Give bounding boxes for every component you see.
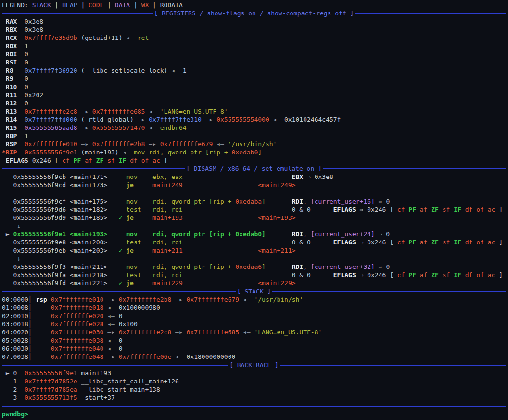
- points-to-icon: ◂—: [122, 149, 133, 156]
- backtrace-header-title: [ BACKTRACE ]: [228, 361, 280, 369]
- reg-rcx: RCX 0x7ffff7e35d9b (getuid+11) ◂— ret: [2, 34, 506, 42]
- backtrace-frame-1: 1 0x7ffff7d7852e __libc_start_call_main+…: [2, 377, 506, 385]
- prompt-line[interactable]: pwndbg>: [2, 410, 506, 418]
- separator-rule: [2, 291, 236, 292]
- disasm-section: [ DISASM / x86-64 / set emulate on ] 0x5…: [2, 165, 506, 287]
- pwndbg-terminal: LEGEND: STACK | HEAP | CODE | DATA | WX …: [0, 0, 508, 418]
- disasm-row-main175: 0x55555556f9cf <main+175> mov rdi, qword…: [2, 197, 506, 205]
- disasm-row-main182: 0x55555556f9d6 <main+182> test rdi, rdi …: [2, 205, 506, 214]
- branch-taken-check-icon: ✓: [119, 280, 127, 287]
- backtrace-frame-0: ► 0 0x55555556f9e1 main+193: [2, 369, 506, 377]
- reg-r14: R14 0x7ffff7ffd000 (_rtld_global) —▸ 0x7…: [2, 115, 506, 124]
- points-to-icon: ◂—: [213, 140, 228, 148]
- separator-rule: [2, 406, 254, 407]
- backtrace-header: [ BACKTRACE ]: [2, 361, 506, 369]
- registers-lines: RAX 0x3e8 RBX 0x3e8 RCX 0x7ffff7e35d9b (…: [2, 17, 506, 165]
- bottom-separator: [2, 402, 506, 410]
- separator-rule: [2, 168, 185, 169]
- reg-rbx: RBX 0x3e8: [2, 25, 506, 34]
- backtrace-frame-3: 3 0x5555555713f5 _start+37: [2, 394, 506, 402]
- branch-taken-check-icon: ✓: [119, 214, 127, 221]
- stack-row-1: 01:0008│ 0x7fffffffe018 ◂— 0x100000980: [2, 304, 506, 312]
- pointer-arrow-icon: —▸: [77, 140, 92, 148]
- registers-header: [ REGISTERS / show-flags on / show-compa…: [2, 9, 506, 17]
- pointer-arrow-icon: —▸: [103, 296, 118, 303]
- separator-rule: [272, 291, 506, 292]
- disasm-row-main203: 0x55555556f9eb <main+203> ✓ je main+211 …: [2, 246, 506, 255]
- reg-r9: R9 0: [2, 75, 506, 83]
- backtrace-frame-2: 2 0x7ffff7d785ea __libc_start_main+138: [2, 385, 506, 394]
- pointer-arrow-icon: —▸: [138, 116, 149, 123]
- stack-row-2: 02:0010│ 0x7fffffffe020 ◂— 0: [2, 312, 506, 320]
- stack-section: [ STACK ] 00:0000│ rsp 0x7fffffffe010 —▸…: [2, 287, 506, 361]
- separator-rule: [323, 168, 506, 169]
- pointer-arrow-icon: —▸: [103, 329, 118, 336]
- disasm-jump-arrow-row: ↓: [2, 222, 506, 230]
- prompt-lines: pwndbg>: [2, 410, 506, 418]
- reg-r12: R12 0: [2, 99, 506, 107]
- stack-row-0: 00:0000│ rsp 0x7fffffffe010 —▸ 0x7ffffff…: [2, 295, 506, 304]
- disasm-row-main200: 0x55555556f9e8 <main+200> test rdi, rdi …: [2, 238, 506, 246]
- disasm-header-title: [ DISASM / x86-64 / set emulate on ]: [185, 165, 323, 173]
- separator-rule: [355, 13, 506, 14]
- points-to-icon: ◂—: [171, 353, 186, 360]
- branch-taken-check-icon: ✓: [119, 247, 127, 254]
- current-frame-icon: ►: [2, 369, 13, 377]
- pointer-arrow-icon: —▸: [145, 140, 160, 148]
- stack-header: [ STACK ]: [2, 287, 506, 295]
- reg-r8: R8 0x7ffff7f36920 (__libc_setlocale_lock…: [2, 66, 506, 75]
- pointer-arrow-icon: —▸: [171, 296, 186, 303]
- disasm-row-main185: 0x55555556f9d9 <main+185> ✓ je main+193 …: [2, 214, 506, 222]
- disasm-row-main221: 0x55555556f9fd <main+221> ✓ je main+229 …: [2, 279, 506, 287]
- separator-rule: [280, 365, 506, 366]
- disasm-row-main173: 0x55555556f9cd <main+173> je main+249 <m…: [2, 181, 506, 189]
- points-to-icon: ◂—: [145, 108, 160, 115]
- backtrace-lines: ► 0 0x55555556f9e1 main+193 1 0x7ffff7d7…: [2, 369, 506, 402]
- stack-lines: 00:0000│ rsp 0x7fffffffe010 —▸ 0x7ffffff…: [2, 295, 506, 361]
- disasm-header: [ DISASM / x86-64 / set emulate on ]: [2, 165, 506, 173]
- reg-eflags: EFLAGS 0x246 [ cf PF af ZF sf IF df of a…: [2, 156, 506, 165]
- points-to-icon: ◂—: [103, 320, 118, 328]
- points-to-icon: ◂—: [103, 312, 118, 319]
- reg-rdi: RDI 0: [2, 50, 506, 58]
- points-to-icon: ◂—: [239, 296, 254, 303]
- pointer-arrow-icon: —▸: [171, 329, 186, 336]
- pointer-arrow-icon: —▸: [77, 124, 92, 131]
- reg-rdx: RDX 1: [2, 42, 506, 50]
- prompt-section: pwndbg>: [2, 402, 506, 418]
- points-to-icon: ◂—: [126, 34, 137, 41]
- reg-r15: R15 0x55555565aad8 —▸ 0x555555571470 ◂— …: [2, 124, 506, 132]
- reg-rbp: RBP 1: [2, 132, 506, 140]
- stack-row-5: 05:0028│ 0x7fffffffe038 ◂— 0: [2, 336, 506, 344]
- points-to-icon: ◂—: [145, 124, 160, 131]
- pointer-arrow-icon: —▸: [77, 108, 92, 115]
- backtrace-section: [ BACKTRACE ] ► 0 0x55555556f9e1 main+19…: [2, 361, 506, 402]
- stack-row-6: 06:0030│ 0x7fffffffe040 ◂— 0: [2, 344, 506, 353]
- reg-rsp: RSP 0x7fffffffe010 —▸ 0x7fffffffe2b8 —▸ …: [2, 140, 506, 148]
- pointer-arrow-icon: —▸: [103, 353, 118, 360]
- stack-row-7: 07:0038│ 0x7fffffffe048 —▸ 0x7fffffffe06…: [2, 353, 506, 361]
- disasm-jump-arrow-row: ↓: [2, 255, 506, 263]
- disasm-lines: 0x55555556f9cb <main+171> mov ebx, eax E…: [2, 173, 506, 287]
- pointer-arrow-icon: —▸: [202, 116, 216, 123]
- reg-rsi: RSI 0: [2, 58, 506, 66]
- reg-rip: *RIP 0x55555556f9e1 (main+193) ◂— mov rd…: [2, 148, 506, 156]
- disasm-blank-row: [2, 189, 506, 197]
- points-to-icon: ◂—: [103, 345, 118, 352]
- reg-r10: R10 0: [2, 83, 506, 91]
- points-to-icon: ◂—: [103, 304, 118, 311]
- disasm-current-row-main193: ► 0x55555556f9e1 <main+193> mov rdi, qwo…: [2, 230, 506, 238]
- reg-r13: R13 0x7fffffffe2c8 —▸ 0x7fffffffe685 ◂— …: [2, 107, 506, 115]
- separator-rule: [254, 406, 506, 407]
- instruction-pointer-icon: ►: [2, 230, 13, 238]
- registers-header-title: [ REGISTERS / show-flags on / show-compa…: [153, 9, 356, 17]
- points-to-icon: ◂—: [239, 329, 254, 336]
- disasm-row-main211: 0x55555556f9f3 <main+211> mov rdi, qword…: [2, 263, 506, 271]
- stack-row-4: 04:0020│ 0x7fffffffe030 —▸ 0x7fffffffe2c…: [2, 328, 506, 336]
- disasm-row-main218: 0x55555556f9fa <main+218> test rdi, rdi …: [2, 271, 506, 279]
- points-to-icon: ◂—: [269, 116, 284, 123]
- reg-rax: RAX 0x3e8: [2, 17, 506, 25]
- stack-row-3: 03:0018│ 0x7fffffffe028 ◂— 0x100: [2, 320, 506, 328]
- points-to-icon: ◂—: [171, 67, 182, 74]
- stack-header-title: [ STACK ]: [236, 287, 272, 295]
